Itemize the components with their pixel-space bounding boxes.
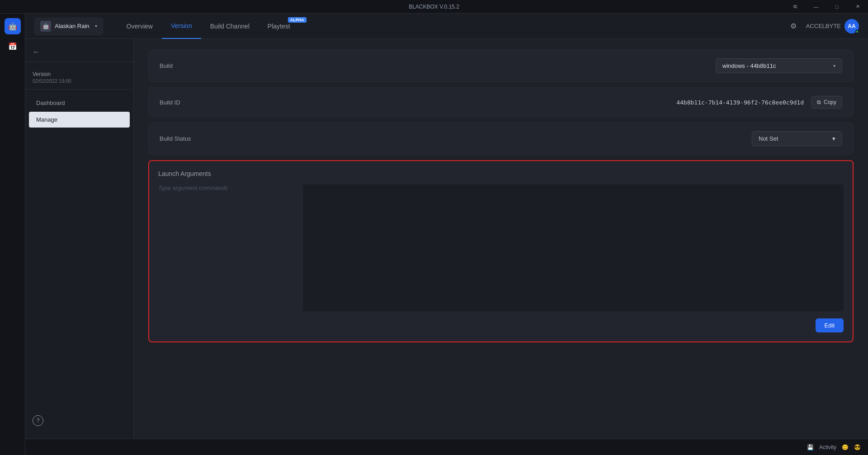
user-avatar: AA xyxy=(844,19,859,33)
maximize-button[interactable]: □ xyxy=(826,0,847,14)
copy-button[interactable]: ⧉ Copy xyxy=(811,96,842,109)
activity-label: Activity xyxy=(819,444,836,450)
sidebar-divider-1 xyxy=(25,62,133,62)
activity-button[interactable]: Activity xyxy=(819,444,836,450)
app-icon: 🤖 xyxy=(40,21,51,32)
close-button[interactable]: ✕ xyxy=(847,0,868,14)
main-content: Build windows - 44b8b11c ▾ Build ID xyxy=(134,39,868,439)
build-status-row: Build Status Not Set ▾ xyxy=(149,123,853,154)
titlebar-title: BLACKBOX V.0.15.2 xyxy=(409,4,459,10)
app-selector[interactable]: 🤖 Alaskan Rain ▾ xyxy=(34,18,103,35)
app-name: Alaskan Rain xyxy=(55,23,90,29)
build-status-card: Build Status Not Set ▾ xyxy=(148,123,854,155)
header: 🤖 Alaskan Rain ▾ Overview Version Build … xyxy=(25,14,868,39)
build-id-value: 44b8b11c-7b14-4139-96f2-76c8ee0c9d1d xyxy=(676,99,804,106)
user-company: ACCELBYTE xyxy=(806,23,841,29)
header-right: ⚙ ACCELBYTE AA xyxy=(786,19,859,33)
build-id-value-area: 44b8b11c-7b14-4139-96f2-76c8ee0c9d1d ⧉ C… xyxy=(250,96,842,109)
build-id-card: Build ID 44b8b11c-7b14-4139-96f2-76c8ee0… xyxy=(148,87,854,117)
emoji1-button[interactable]: 😊 xyxy=(842,444,849,450)
tab-overview[interactable]: Overview xyxy=(118,14,162,39)
build-id-label: Build ID xyxy=(160,99,250,106)
build-dropdown-chevron-icon: ▾ xyxy=(833,63,835,68)
titlebar-controls: ⧉ — □ ✕ xyxy=(785,0,868,13)
launch-args-textarea[interactable] xyxy=(303,185,844,311)
launch-args-footer: Edit xyxy=(158,318,844,332)
emoji2-button[interactable]: 😎 xyxy=(854,444,861,450)
sidebar-divider-2 xyxy=(25,89,133,90)
sidebar-item-dashboard[interactable]: Dashboard xyxy=(29,95,130,111)
launch-args-left: Type argument commands xyxy=(158,185,303,311)
tab-version[interactable]: Version xyxy=(162,14,201,39)
build-dropdown[interactable]: windows - 44b8b11c ▾ xyxy=(716,58,842,73)
build-value: windows - 44b8b11c ▾ xyxy=(250,58,842,73)
online-status-dot xyxy=(855,30,859,33)
tab-build-channel[interactable]: Build Channel xyxy=(201,14,259,39)
minimize-button[interactable]: — xyxy=(806,0,826,14)
restore-button[interactable]: ⧉ xyxy=(785,0,806,14)
build-row: Build windows - 44b8b11c ▾ xyxy=(149,50,853,81)
status-chevron-icon: ▾ xyxy=(832,135,835,142)
storage-icon: 💾 xyxy=(807,444,814,450)
sidebar: ← Version 02/02/2022 19:00 Dashboard Man… xyxy=(25,39,134,439)
settings-button[interactable]: ⚙ xyxy=(786,19,801,33)
launch-args-card: Launch Arguments Type argument commands … xyxy=(148,160,854,342)
alpha-badge: ALPHA xyxy=(288,17,307,23)
titlebar: BLACKBOX V.0.15.2 ⧉ — □ ✕ xyxy=(0,0,868,14)
launch-args-title: Launch Arguments xyxy=(158,170,844,177)
emoji1-icon: 😊 xyxy=(842,444,849,450)
build-status-value-area: Not Set ▾ xyxy=(250,131,842,146)
app-chevron-icon: ▾ xyxy=(95,24,97,28)
nav-tabs: Overview Version Build Channel Playtest … xyxy=(118,14,786,39)
sidebar-bottom: ? xyxy=(25,410,133,431)
app-layout: 🤖 📅 🤖 Alaskan Rain ▾ Overview Version Bu… xyxy=(0,14,868,455)
launch-args-placeholder: Type argument commands xyxy=(158,185,228,191)
sidebar-version-date: 02/02/2022 19:00 xyxy=(33,78,126,84)
sidebar-version-info: Version 02/02/2022 19:00 xyxy=(25,67,133,89)
build-status-label: Build Status xyxy=(160,135,250,142)
build-status-dropdown[interactable]: Not Set ▾ xyxy=(752,131,842,146)
settings-icon: ⚙ xyxy=(790,22,797,30)
bottom-bar: 💾 Activity 😊 😎 xyxy=(25,439,868,455)
help-button[interactable]: ? xyxy=(33,415,43,426)
storage-button[interactable]: 💾 xyxy=(807,444,814,450)
sidebar-version-label: Version xyxy=(33,71,126,77)
emoji2-icon: 😎 xyxy=(854,444,861,450)
copy-icon: ⧉ xyxy=(817,99,821,105)
launch-args-content: Type argument commands xyxy=(158,185,844,311)
icon-strip-bot[interactable]: 🤖 xyxy=(5,18,21,34)
build-label: Build xyxy=(160,62,250,69)
back-button[interactable]: ← xyxy=(25,46,133,62)
sidebar-item-manage[interactable]: Manage xyxy=(29,112,130,128)
build-id-row: Build ID 44b8b11c-7b14-4139-96f2-76c8ee0… xyxy=(149,88,853,117)
icon-strip-calendar[interactable]: 📅 xyxy=(5,38,21,54)
tab-playtest[interactable]: Playtest ALPHA xyxy=(259,14,308,39)
edit-button[interactable]: Edit xyxy=(816,318,844,332)
content-area: ← Version 02/02/2022 19:00 Dashboard Man… xyxy=(25,39,868,439)
build-card: Build windows - 44b8b11c ▾ xyxy=(148,50,854,82)
icon-strip: 🤖 📅 xyxy=(0,14,25,455)
user-info[interactable]: ACCELBYTE AA xyxy=(806,19,859,33)
